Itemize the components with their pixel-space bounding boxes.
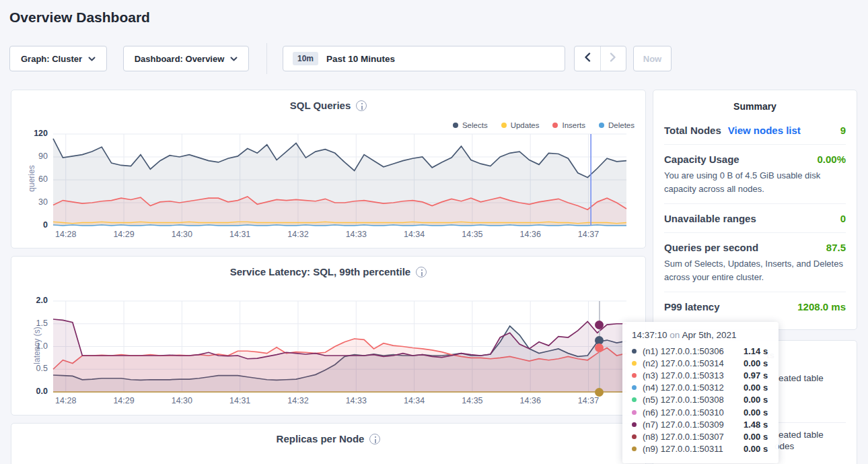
time-step-buttons <box>574 46 626 71</box>
node-color-dot-icon <box>632 434 637 439</box>
tooltip-node-value: 0.00 s <box>744 432 768 442</box>
page-title: Overview Dashboard <box>9 9 150 26</box>
time-range-badge: 10m <box>293 52 318 65</box>
legend-item-updates[interactable]: Updates <box>501 121 540 129</box>
node-color-dot-icon <box>632 410 637 415</box>
sql-chart-svg <box>53 134 626 226</box>
graph-scope-label: Graph: Cluster <box>21 54 82 64</box>
tooltip-node-value: 0.00 s <box>744 444 768 454</box>
x-tick-label: 14:28 <box>50 230 82 239</box>
x-tick-label: 14:31 <box>224 230 256 239</box>
service-latency-chart-title: Service Latency: SQL, 99th percentile <box>11 257 645 277</box>
tooltip-node-label: (n4) 127.0.0.1:50312 <box>643 383 744 393</box>
events-divider <box>779 422 846 423</box>
event-item-fragment[interactable]: eated table <box>779 373 824 383</box>
event-item-fragment[interactable]: eated table <box>779 430 824 440</box>
summary-row-head: Queries per second87.5 <box>664 242 846 253</box>
service-latency-plot[interactable]: latency (s) 0.00.51.01.52.014:2814:2914:… <box>53 301 626 392</box>
chevron-down-icon <box>88 57 96 61</box>
legend-label: Updates <box>511 121 540 129</box>
legend-dot-icon <box>599 123 604 128</box>
x-tick-label: 14:33 <box>340 230 372 239</box>
x-tick-label: 14:36 <box>514 396 546 405</box>
tooltip-time: 14:37:10 <box>632 330 667 340</box>
summary-rows: Total NodesView nodes list9Capacity Usag… <box>664 116 846 321</box>
previous-range-button[interactable] <box>575 46 600 71</box>
info-icon[interactable] <box>369 434 380 444</box>
tooltip-node-value: 0.00 s <box>744 383 768 393</box>
service-latency-chart-panel: Service Latency: SQL, 99th percentile la… <box>11 256 646 416</box>
latency-chart-svg <box>53 301 626 392</box>
chart-title-text: SQL Queries <box>290 100 351 111</box>
x-tick-label: 14:31 <box>224 396 256 405</box>
tooltip-node-label: (n2) 127.0.0.1:50314 <box>643 358 744 368</box>
summary-row-value: 9 <box>840 125 846 136</box>
info-icon[interactable] <box>416 267 427 277</box>
chart-title-text: Service Latency: SQL, 99th percentile <box>230 266 410 277</box>
tooltip-node-value: 0.00 s <box>744 407 768 418</box>
tooltip-node-row: (n9) 127.0.0.1:503110.00 s <box>632 443 769 455</box>
summary-row-label: Capacity Usage <box>664 154 739 165</box>
summary-row: P99 latency1208.0 ms <box>664 292 846 321</box>
graph-scope-dropdown[interactable]: Graph: Cluster <box>9 46 107 71</box>
tooltip-preposition: on <box>670 330 680 340</box>
now-button[interactable]: Now <box>633 46 672 71</box>
summary-row-value: 0.00% <box>817 154 846 165</box>
x-tick-label: 14:35 <box>456 396 489 405</box>
node-color-dot-icon <box>632 349 637 354</box>
x-tick-label: 14:28 <box>50 396 82 405</box>
legend-item-selects[interactable]: Selects <box>453 121 488 129</box>
legend-dot-icon <box>501 123 507 128</box>
x-tick-label: 14:36 <box>514 230 546 239</box>
node-color-dot-icon <box>632 385 637 390</box>
tooltip-node-row: (n3) 127.0.0.1:503130.97 s <box>632 369 769 381</box>
now-button-label: Now <box>643 54 661 64</box>
y-tick-label: 0.0 <box>17 387 48 396</box>
tooltip-node-value: 0.00 s <box>744 358 768 368</box>
summary-row-label: Unavailable ranges <box>664 213 756 224</box>
tooltip-node-value: 1.14 s <box>744 346 768 356</box>
time-range-picker[interactable]: 10m Past 10 Minutes <box>283 46 565 71</box>
view-nodes-list-link[interactable]: View nodes list <box>728 125 801 136</box>
tooltip-node-value: 0.00 s <box>744 395 768 405</box>
x-tick-label: 14:30 <box>166 396 198 405</box>
legend-item-deletes[interactable]: Deletes <box>599 121 635 129</box>
info-icon[interactable] <box>356 100 367 111</box>
summary-row-value: 0 <box>840 213 846 224</box>
sql-queries-plot[interactable]: queries 030609012014:2814:2914:3014:3114… <box>53 134 626 226</box>
tooltip-node-row: (n6) 127.0.0.1:503100.00 s <box>632 406 769 418</box>
sql-legend: SelectsUpdatesInsertsDeletes <box>453 121 635 129</box>
x-tick-label: 14:32 <box>282 396 314 405</box>
dashboard-dropdown[interactable]: Dashboard: Overview <box>123 46 249 71</box>
x-tick-label: 14:29 <box>108 230 140 239</box>
chevron-down-icon <box>547 57 554 61</box>
y-tick-label: 0 <box>17 220 48 230</box>
summary-panel: Summary Total NodesView nodes list9Capac… <box>653 90 857 330</box>
node-color-dot-icon <box>632 361 637 366</box>
y-tick-label: 1.5 <box>17 319 48 328</box>
tooltip-node-label: (n6) 127.0.0.1:50310 <box>643 407 744 418</box>
x-tick-label: 14:32 <box>282 230 314 239</box>
summary-row-value: 1208.0 ms <box>797 301 846 312</box>
tooltip-timestamp: 14:37:10 on Apr 5th, 2021 <box>632 330 769 340</box>
x-tick-label: 14:30 <box>166 230 198 239</box>
tooltip-node-label: (n9) 127.0.0.1:50311 <box>643 444 744 454</box>
summary-row-description: Sum of Selects, Updates, Inserts, and De… <box>664 257 846 284</box>
summary-row: Queries per second87.5Sum of Selects, Up… <box>664 232 846 292</box>
tooltip-node-row: (n4) 127.0.0.1:503120.00 s <box>632 382 769 394</box>
node-color-dot-icon <box>632 422 637 427</box>
controls-divider <box>266 43 267 74</box>
x-tick-label: 14:35 <box>456 230 489 239</box>
tooltip-node-row: (n8) 127.0.0.1:503070.00 s <box>632 430 769 442</box>
summary-row-description: You are using 0 B of 4.5 GiB usable disk… <box>664 169 846 195</box>
y-tick-label: 2.0 <box>17 296 48 305</box>
tooltip-node-value: 1.48 s <box>744 420 768 430</box>
tooltip-node-row: (n2) 127.0.0.1:503140.00 s <box>632 357 769 369</box>
x-tick-label: 14:29 <box>108 396 140 405</box>
chevron-down-icon <box>230 57 238 61</box>
legend-dot-icon <box>552 123 558 128</box>
tooltip-node-label: (n8) 127.0.0.1:50307 <box>643 432 744 442</box>
next-range-button[interactable] <box>600 46 626 71</box>
legend-label: Deletes <box>608 121 635 129</box>
legend-item-inserts[interactable]: Inserts <box>552 121 585 129</box>
